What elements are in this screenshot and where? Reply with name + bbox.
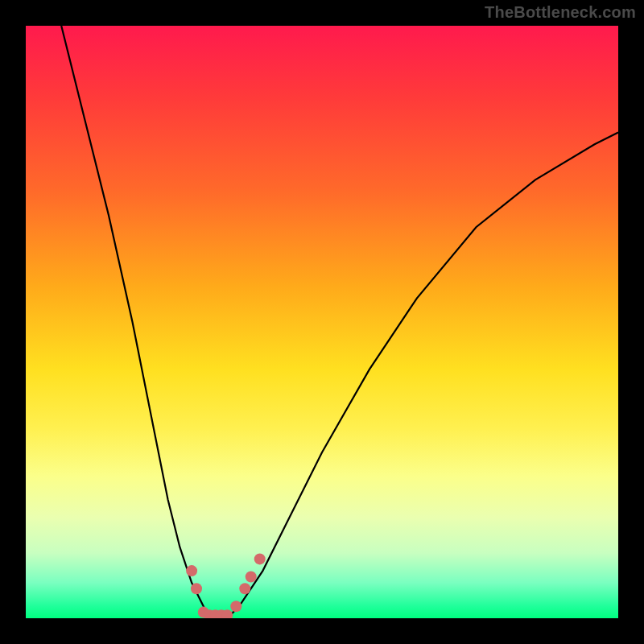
- chart-outer-frame: TheBottleneck.com: [0, 0, 644, 644]
- watermark-text: TheBottleneck.com: [485, 3, 636, 22]
- curve-marker: [246, 572, 257, 583]
- curve-marker: [186, 565, 197, 576]
- curve-marker: [254, 553, 266, 564]
- chart-svg: [26, 26, 618, 618]
- curve-marker: [230, 601, 242, 612]
- chart-plot-area: [26, 26, 618, 618]
- curve-marker: [239, 583, 250, 594]
- curve-marker: [191, 583, 202, 594]
- bottleneck-curve: [61, 26, 618, 618]
